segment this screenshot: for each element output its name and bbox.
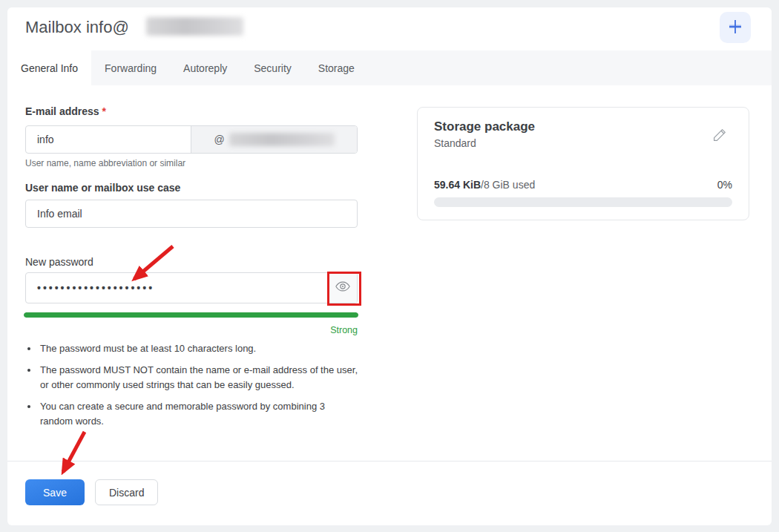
plus-icon [726, 17, 745, 39]
password-visibility-toggle[interactable] [327, 273, 357, 303]
at-sign: @ [214, 134, 224, 145]
tab-bar: General Info Forwarding Autoreply Securi… [7, 50, 772, 85]
tab-general-info[interactable]: General Info [7, 50, 91, 85]
password-strength-label: Strong [25, 325, 358, 335]
tab-forwarding[interactable]: Forwarding [91, 50, 170, 85]
new-password-input[interactable] [26, 273, 327, 303]
tab-label: Security [254, 62, 292, 74]
storage-edit-button[interactable] [712, 127, 728, 145]
discard-button[interactable]: Discard [95, 479, 158, 505]
storage-used-suffix: /8 GiB used [481, 179, 535, 191]
footer-divider [7, 461, 772, 462]
storage-package-title: Storage package [434, 119, 535, 134]
page-title-text: Mailbox info@ [25, 18, 129, 36]
add-mailbox-button[interactable] [720, 12, 751, 43]
tab-label: Forwarding [105, 62, 157, 74]
email-local-part-input[interactable] [26, 126, 191, 153]
redacted-domain-addon [229, 133, 335, 146]
email-helper-text: User name, name abbreviation or similar [25, 158, 185, 168]
password-rule-item: The password must be at least 10 charact… [39, 341, 359, 356]
usecase-input[interactable] [26, 200, 357, 227]
email-domain-addon: @ [191, 126, 357, 153]
required-asterisk: * [102, 105, 106, 117]
page-title: Mailbox info@ [25, 18, 129, 37]
eye-icon [335, 278, 351, 298]
tab-security[interactable]: Security [240, 50, 305, 85]
tab-label: Storage [318, 62, 355, 74]
save-button[interactable]: Save [25, 479, 85, 505]
tab-label: General Info [21, 62, 78, 74]
tab-storage[interactable]: Storage [305, 50, 368, 85]
email-address-label: E-mail address * [25, 105, 106, 117]
storage-progress-bar [434, 197, 732, 207]
password-strength-fill [24, 312, 358, 318]
usecase-label: User name or mailbox use case [25, 182, 180, 194]
redacted-domain-header [146, 17, 243, 36]
storage-used-value: 59.64 KiB [434, 179, 481, 191]
storage-package-name: Standard [434, 137, 476, 149]
email-address-label-text: E-mail address [25, 105, 99, 117]
mailbox-settings-panel: Mailbox info@ General Info Forwarding Au… [7, 7, 772, 525]
storage-usage-row: 59.64 KiB/8 GiB used 0% [434, 179, 732, 191]
storage-usage-text: 59.64 KiB/8 GiB used [434, 179, 535, 191]
tab-autoreply[interactable]: Autoreply [170, 50, 240, 85]
storage-percent-label: 0% [717, 179, 732, 191]
email-address-field-group: @ [25, 125, 358, 154]
password-rules-list: The password must be at least 10 charact… [39, 341, 359, 436]
tab-label: Autoreply [183, 62, 227, 74]
password-field-group [25, 272, 358, 303]
pencil-icon [712, 134, 728, 145]
storage-package-card: Storage package Standard 59.64 KiB/8 GiB… [417, 107, 749, 220]
usecase-field-group [25, 200, 358, 228]
password-strength-bar [24, 312, 358, 318]
new-password-label: New password [25, 256, 93, 268]
password-rule-item: The password MUST NOT contain the name o… [39, 363, 359, 393]
password-rule-item: You can create a secure and memorable pa… [39, 399, 359, 429]
